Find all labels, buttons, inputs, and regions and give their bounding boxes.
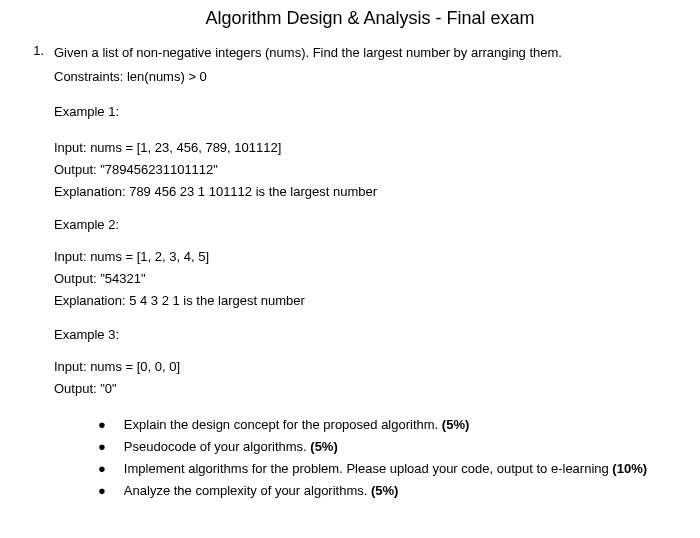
example-explanation: Explanation: 5 4 3 2 1 is the largest nu… [54, 290, 670, 312]
question-body: Given a list of non-negative integers (n… [54, 43, 670, 133]
task-weight: (5%) [371, 483, 398, 498]
question-text: Given a list of non-negative integers (n… [54, 43, 670, 63]
examples-section: Input: nums = [1, 23, 456, 789, 101112] … [28, 137, 670, 400]
task-weight: (10%) [612, 461, 647, 476]
task-label: Implement algorithms for the problem. Pl… [124, 461, 613, 476]
example-output: Output: "0" [54, 378, 670, 400]
example-title: Example 1: [54, 104, 670, 119]
task-label: Analyze the complexity of your algorithm… [124, 483, 371, 498]
bullet-icon: ● [98, 480, 106, 502]
example-block: Input: nums = [1, 23, 456, 789, 101112] … [54, 137, 670, 203]
question-constraints: Constraints: len(nums) > 0 [54, 67, 670, 87]
task-text: Pseudocode of your algorithms. (5%) [124, 436, 338, 458]
bullet-icon: ● [98, 436, 106, 458]
bullet-icon: ● [98, 414, 106, 436]
example-output: Output: "789456231101112" [54, 159, 670, 181]
task-label: Explain the design concept for the propo… [124, 417, 442, 432]
example-output: Output: "54321" [54, 268, 670, 290]
content-area: 1. Given a list of non-negative integers… [0, 43, 700, 502]
task-weight: (5%) [442, 417, 469, 432]
question-row: 1. Given a list of non-negative integers… [28, 43, 670, 133]
example-title: Example 2: [54, 217, 670, 232]
task-text: Analyze the complexity of your algorithm… [124, 480, 399, 502]
task-list: ● Explain the design concept for the pro… [28, 414, 670, 502]
example-input: Input: nums = [1, 2, 3, 4, 5] [54, 246, 670, 268]
task-weight: (5%) [310, 439, 337, 454]
list-item: ● Analyze the complexity of your algorit… [98, 480, 670, 502]
example-block: Input: nums = [1, 2, 3, 4, 5] Output: "5… [54, 246, 670, 312]
list-item: ● Pseudocode of your algorithms. (5%) [98, 436, 670, 458]
task-text: Explain the design concept for the propo… [124, 414, 469, 436]
task-label: Pseudocode of your algorithms. [124, 439, 310, 454]
example-block: Input: nums = [0, 0, 0] Output: "0" [54, 356, 670, 400]
example-title: Example 3: [54, 327, 670, 342]
question-number: 1. [28, 43, 44, 133]
example-input: Input: nums = [0, 0, 0] [54, 356, 670, 378]
example-input: Input: nums = [1, 23, 456, 789, 101112] [54, 137, 670, 159]
list-item: ● Implement algorithms for the problem. … [98, 458, 670, 480]
page-title: Algorithm Design & Analysis - Final exam [0, 8, 700, 29]
list-item: ● Explain the design concept for the pro… [98, 414, 670, 436]
bullet-icon: ● [98, 458, 106, 480]
example-explanation: Explanation: 789 456 23 1 101112 is the … [54, 181, 670, 203]
task-text: Implement algorithms for the problem. Pl… [124, 458, 647, 480]
